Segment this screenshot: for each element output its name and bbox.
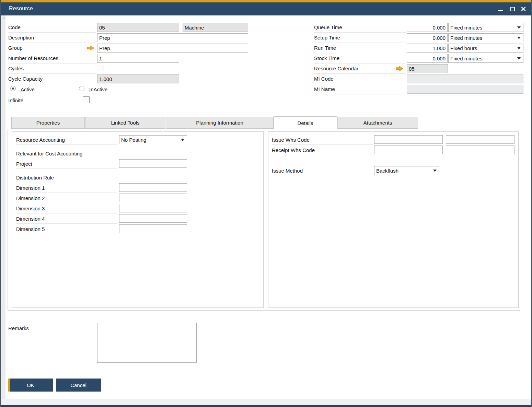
tab-planning-information[interactable]: Planning Information: [166, 117, 274, 129]
left-gutter: [1, 15, 5, 399]
project-field[interactable]: [119, 159, 187, 168]
code-label: Code: [8, 24, 21, 31]
receipt-whs-name-field[interactable]: [446, 146, 514, 154]
queue-time-unit-select[interactable]: Fixed minutes: [448, 23, 523, 32]
dimension-1-field[interactable]: [119, 183, 187, 192]
stock-time-label: Stock Time: [314, 55, 339, 62]
run-time-unit-select[interactable]: Fixed hours: [448, 44, 523, 53]
resource-accounting-label: Resource Accounting: [16, 137, 65, 143]
row-divider: [16, 223, 117, 224]
cancel-button[interactable]: Cancel: [56, 379, 101, 392]
gutter-grip-dot: [3, 18, 5, 19]
dimension-4-field[interactable]: [119, 214, 187, 223]
tab-label: Planning Information: [196, 120, 243, 126]
cycles-label: Cycles: [8, 65, 24, 72]
ok-button[interactable]: OK: [8, 379, 53, 392]
description-label: Description: [8, 34, 34, 41]
dimension-2-field[interactable]: [119, 194, 187, 202]
setup-time-label: Setup Time: [314, 34, 340, 41]
row-divider: [272, 144, 373, 145]
active-radio-label[interactable]: Active: [21, 86, 35, 93]
chevron-down-icon: [433, 170, 437, 172]
row-divider: [314, 53, 406, 53]
run-time-field[interactable]: [407, 44, 448, 53]
remarks-textarea[interactable]: [97, 323, 197, 363]
resource-calendar-field[interactable]: [407, 64, 448, 73]
tab-details[interactable]: Details: [274, 116, 337, 129]
code-field[interactable]: [97, 23, 179, 32]
issue-method-select[interactable]: Backflush: [374, 166, 439, 175]
receipt-whs-code-label: Receipt Whs Code: [272, 147, 315, 154]
issue-whs-name-field[interactable]: [446, 135, 514, 144]
close-button[interactable]: [519, 4, 528, 13]
row-divider: [16, 193, 117, 193]
row-divider: [314, 84, 406, 84]
tab-label: Properties: [36, 120, 60, 126]
mi-name-label: MI Name: [314, 86, 335, 93]
group-link-arrow-icon[interactable]: [87, 45, 94, 51]
stock-time-unit-select[interactable]: Fixed minutes: [448, 54, 523, 63]
code-type-field[interactable]: [183, 23, 248, 32]
row-divider: [16, 203, 117, 203]
row-divider: [8, 84, 96, 84]
ok-button-label: OK: [27, 382, 34, 388]
issue-whs-code-field[interactable]: [374, 135, 443, 144]
description-field[interactable]: [97, 33, 248, 42]
setup-time-field[interactable]: [407, 33, 448, 42]
tab-label: Attachments: [363, 120, 392, 126]
row-divider: [8, 63, 96, 63]
row-divider: [8, 53, 96, 53]
status-strip: [1, 399, 532, 405]
window-top-accent-bar: [1, 0, 532, 2]
dimension-2-label: Dimension 2: [16, 195, 45, 202]
inactive-radio[interactable]: [79, 86, 84, 91]
tab-label: Details: [298, 120, 313, 126]
chevron-down-icon: [517, 57, 521, 60]
row-divider: [8, 43, 96, 43]
mi-name-field[interactable]: [407, 85, 523, 94]
mi-code-label: MI Code: [314, 75, 334, 82]
dimension-5-label: Dimension 5: [16, 226, 45, 233]
run-time-unit-value: Fixed hours: [450, 45, 477, 51]
stock-time-field[interactable]: [407, 54, 448, 63]
stock-time-unit-value: Fixed minutes: [450, 56, 482, 61]
details-right-panel: [268, 131, 519, 308]
dimension-3-field[interactable]: [119, 204, 187, 212]
cycles-checkbox[interactable]: [98, 65, 104, 71]
infinite-checkbox[interactable]: [83, 96, 90, 103]
tab-attachments[interactable]: Attachments: [337, 117, 418, 129]
queue-time-field[interactable]: [407, 23, 448, 32]
row-divider: [314, 73, 406, 74]
tab-linked-tools[interactable]: Linked Tools: [85, 117, 165, 129]
maximize-button[interactable]: [508, 4, 517, 13]
minimize-icon: [498, 10, 503, 11]
chevron-down-icon: [181, 139, 184, 141]
receipt-whs-code-field[interactable]: [374, 146, 443, 154]
active-radio[interactable]: [10, 86, 16, 91]
queue-time-unit-value: Fixed minutes: [450, 25, 482, 31]
inactive-radio-label[interactable]: InActive: [89, 86, 107, 93]
resource-calendar-link-arrow-icon[interactable]: [396, 66, 403, 71]
row-divider: [8, 363, 96, 363]
dimension-5-field[interactable]: [119, 224, 187, 233]
row-divider: [8, 105, 96, 105]
group-label: Group: [8, 45, 23, 51]
row-divider: [8, 73, 96, 74]
group-field[interactable]: [97, 44, 248, 53]
number-of-resources-label: Number of Resources: [8, 55, 58, 62]
minimize-button[interactable]: [496, 4, 505, 13]
remarks-label: Remarks: [8, 325, 29, 332]
number-of-resources-field[interactable]: [97, 54, 179, 63]
setup-time-unit-select[interactable]: Fixed minutes: [448, 33, 523, 42]
issue-method-label: Issue Method: [272, 167, 303, 174]
tab-properties[interactable]: Properties: [11, 117, 85, 129]
row-divider: [272, 155, 373, 155]
mi-code-field[interactable]: [407, 74, 523, 83]
maximize-icon: [510, 7, 515, 11]
cycle-capacity-field[interactable]: [97, 74, 179, 83]
title-bar: Resource: [1, 2, 532, 15]
dimension-1-label: Dimension 1: [16, 185, 45, 191]
row-divider: [314, 94, 406, 94]
resource-accounting-select[interactable]: No Posting: [119, 135, 187, 144]
window-bottom-border: [1, 405, 532, 407]
